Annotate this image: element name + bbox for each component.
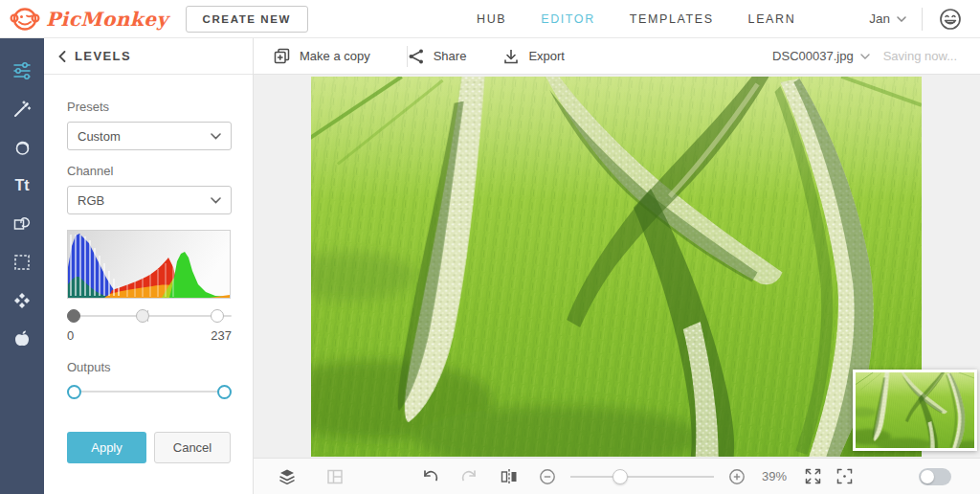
sidebar-item-textures[interactable] bbox=[0, 281, 44, 320]
brand-name: PicMonkey bbox=[46, 8, 168, 31]
fit-screen-icon bbox=[835, 467, 854, 485]
panel-actions: Apply Cancel bbox=[67, 432, 232, 463]
nav-hub[interactable]: HUB bbox=[477, 12, 506, 26]
nav-learn[interactable]: LEARN bbox=[748, 12, 796, 26]
redo-icon bbox=[459, 468, 479, 485]
expand-arrows-icon bbox=[804, 467, 822, 485]
levels-histogram bbox=[67, 230, 231, 299]
create-new-button[interactable]: CREATE NEW bbox=[186, 6, 308, 33]
picmonkey-editor: PicMonkey CREATE NEW HUB EDITOR TEMPLATE… bbox=[0, 0, 980, 494]
zoom-slider-track[interactable] bbox=[570, 476, 714, 478]
sidebar-item-themes[interactable] bbox=[0, 320, 44, 358]
export-button[interactable]: Export bbox=[502, 48, 565, 65]
textures-icon bbox=[12, 291, 32, 310]
header-right: Jan bbox=[869, 7, 963, 32]
sidebar-item-text[interactable]: Tt bbox=[0, 167, 44, 205]
zoom-in-button[interactable] bbox=[727, 467, 746, 486]
shadows-handle[interactable] bbox=[67, 309, 80, 323]
document-toolbar: Make a copy Share Export bbox=[254, 38, 980, 75]
download-icon bbox=[502, 48, 520, 65]
sidebar-item-effects[interactable] bbox=[0, 90, 44, 128]
saving-status: Saving now... bbox=[883, 49, 957, 63]
sidebar-item-graphics[interactable] bbox=[0, 205, 44, 243]
fullscreen-button[interactable] bbox=[804, 467, 822, 485]
undo-icon bbox=[421, 468, 440, 485]
picmonkey-logo[interactable]: PicMonkey bbox=[10, 7, 168, 32]
outputs-slider bbox=[67, 384, 232, 399]
feedback-smiley-icon[interactable] bbox=[938, 7, 963, 32]
outputs-label: Outputs bbox=[67, 360, 232, 374]
filename-menu[interactable]: DSC00037.jpg bbox=[772, 49, 870, 63]
make-a-copy-label: Make a copy bbox=[300, 49, 370, 63]
presets-value: Custom bbox=[78, 129, 121, 144]
top-header: PicMonkey CREATE NEW HUB EDITOR TEMPLATE… bbox=[0, 0, 980, 38]
panel-title: LEVELS bbox=[75, 49, 131, 63]
magic-wand-icon bbox=[12, 100, 32, 119]
output-min-handle[interactable] bbox=[67, 385, 81, 399]
nav-templates[interactable]: TEMPLATES bbox=[630, 12, 714, 26]
chevron-left-icon bbox=[58, 51, 66, 62]
navigator-thumbnail[interactable] bbox=[853, 370, 977, 451]
sidebar-item-touch-up[interactable] bbox=[0, 128, 44, 167]
toolbar-right: DSC00037.jpg Saving now... bbox=[772, 49, 957, 63]
panel-body: Presets Custom Channel RGB bbox=[44, 100, 253, 463]
outputs-slider-track[interactable] bbox=[67, 391, 232, 393]
touch-up-icon bbox=[12, 138, 32, 157]
themes-apple-icon bbox=[12, 329, 32, 348]
panel-back-header[interactable]: LEVELS bbox=[44, 38, 253, 75]
chevron-down-icon bbox=[211, 197, 221, 204]
chevron-down-icon bbox=[897, 16, 906, 22]
channel-value: RGB bbox=[78, 193, 104, 208]
zoom-percentage[interactable]: 39% bbox=[762, 469, 787, 483]
sidebar-item-frames[interactable] bbox=[0, 243, 44, 281]
collage-grid-icon bbox=[325, 467, 345, 486]
canvas-area bbox=[254, 75, 980, 458]
theme-toggle[interactable] bbox=[919, 468, 951, 485]
account-menu[interactable]: Jan bbox=[869, 11, 906, 26]
circle-minus-icon bbox=[538, 467, 557, 486]
header-divider bbox=[922, 8, 923, 31]
chevron-down-icon bbox=[211, 133, 221, 140]
circle-plus-icon bbox=[727, 467, 746, 486]
main-nav: HUB EDITOR TEMPLATES LEARN bbox=[477, 12, 795, 26]
fit-to-screen-button[interactable] bbox=[835, 467, 854, 485]
levels-slider bbox=[67, 308, 232, 324]
share-button[interactable]: Share bbox=[408, 48, 467, 65]
apply-button[interactable]: Apply bbox=[67, 432, 146, 463]
copy-plus-icon bbox=[273, 47, 291, 65]
zoom-out-button[interactable] bbox=[538, 467, 557, 486]
layers-icon bbox=[278, 467, 297, 486]
output-max-handle[interactable] bbox=[217, 385, 232, 399]
chevron-down-icon bbox=[860, 54, 870, 59]
channel-select[interactable]: RGB bbox=[67, 186, 232, 214]
levels-values: 0 237 bbox=[67, 328, 232, 343]
levels-panel: LEVELS Presets Custom Channel RGB bbox=[44, 38, 254, 494]
share-icon bbox=[408, 48, 425, 65]
redo-button[interactable] bbox=[459, 468, 479, 485]
flip-canvas-icon bbox=[500, 467, 519, 486]
layers-button[interactable] bbox=[278, 467, 297, 486]
photo-image[interactable] bbox=[311, 77, 922, 457]
toggle-knob bbox=[921, 470, 934, 483]
text-tool-icon: Tt bbox=[14, 177, 29, 194]
sidebar-item-adjustments[interactable] bbox=[0, 52, 44, 90]
highlights-handle[interactable] bbox=[211, 309, 224, 323]
flip-canvas-button[interactable] bbox=[500, 467, 519, 486]
filename-label: DSC00037.jpg bbox=[772, 49, 854, 63]
share-label: Share bbox=[434, 49, 467, 63]
levels-min-value: 0 bbox=[67, 328, 74, 343]
main-area: Make a copy Share Export bbox=[254, 38, 980, 494]
zoom-slider-handle[interactable] bbox=[612, 469, 628, 484]
bottom-toolbar: 39% bbox=[254, 458, 980, 494]
presets-select[interactable]: Custom bbox=[67, 122, 232, 150]
zoom-slider bbox=[570, 469, 714, 484]
nav-editor[interactable]: EDITOR bbox=[541, 12, 595, 26]
graphics-icon bbox=[12, 214, 32, 234]
make-a-copy-button[interactable]: Make a copy bbox=[273, 47, 370, 65]
undo-button[interactable] bbox=[421, 468, 440, 485]
presets-label: Presets bbox=[67, 100, 232, 114]
export-label: Export bbox=[528, 49, 565, 63]
cancel-button[interactable]: Cancel bbox=[154, 432, 231, 463]
adjustments-sliders-icon bbox=[12, 61, 32, 80]
collage-grid-button[interactable] bbox=[325, 467, 345, 486]
